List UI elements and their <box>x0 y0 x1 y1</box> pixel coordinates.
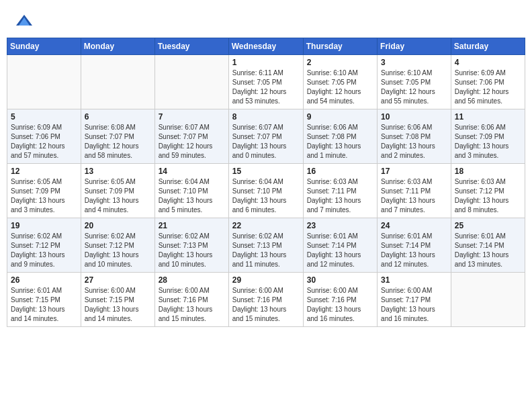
day-number: 17 <box>381 167 447 176</box>
calendar-cell: 2Sunrise: 6:10 AM Sunset: 7:05 PM Daylig… <box>303 55 377 109</box>
cell-info: Sunrise: 6:03 AM Sunset: 7:11 PM Dayligh… <box>307 177 373 215</box>
calendar-cell: 16Sunrise: 6:03 AM Sunset: 7:11 PM Dayli… <box>303 164 377 218</box>
weekday-header-sunday: Sunday <box>7 38 81 55</box>
day-number: 20 <box>85 221 151 230</box>
cell-info: Sunrise: 6:01 AM Sunset: 7:15 PM Dayligh… <box>11 286 77 324</box>
calendar-cell: 27Sunrise: 6:00 AM Sunset: 7:15 PM Dayli… <box>81 273 154 327</box>
logo <box>15 12 38 31</box>
calendar-table: SundayMondayTuesdayWednesdayThursdayFrid… <box>7 38 525 327</box>
day-number: 21 <box>159 221 225 230</box>
cell-info: Sunrise: 6:11 AM Sunset: 7:05 PM Dayligh… <box>232 68 300 106</box>
cell-info: Sunrise: 6:07 AM Sunset: 7:07 PM Dayligh… <box>159 123 225 161</box>
cell-info: Sunrise: 6:06 AM Sunset: 7:09 PM Dayligh… <box>455 123 521 161</box>
cell-info: Sunrise: 6:07 AM Sunset: 7:07 PM Dayligh… <box>232 123 300 161</box>
day-number: 19 <box>11 221 77 230</box>
cell-info: Sunrise: 6:00 AM Sunset: 7:16 PM Dayligh… <box>307 286 373 324</box>
day-number: 22 <box>232 221 300 230</box>
calendar-cell: 7Sunrise: 6:07 AM Sunset: 7:07 PM Daylig… <box>154 109 228 164</box>
calendar-cell: 18Sunrise: 6:03 AM Sunset: 7:12 PM Dayli… <box>451 164 525 218</box>
calendar-cell: 9Sunrise: 6:06 AM Sunset: 7:08 PM Daylig… <box>303 109 377 164</box>
calendar-cell <box>81 55 154 109</box>
weekday-header-tuesday: Tuesday <box>154 38 228 55</box>
cell-info: Sunrise: 6:02 AM Sunset: 7:13 PM Dayligh… <box>159 232 225 269</box>
day-number: 3 <box>381 58 447 67</box>
day-number: 23 <box>307 221 373 230</box>
calendar-cell: 3Sunrise: 6:10 AM Sunset: 7:05 PM Daylig… <box>378 55 451 109</box>
cell-info: Sunrise: 6:06 AM Sunset: 7:08 PM Dayligh… <box>307 123 373 161</box>
calendar-cell: 14Sunrise: 6:04 AM Sunset: 7:10 PM Dayli… <box>154 164 228 218</box>
cell-info: Sunrise: 6:00 AM Sunset: 7:15 PM Dayligh… <box>85 286 151 324</box>
day-number: 12 <box>11 167 77 176</box>
day-number: 30 <box>307 275 373 285</box>
calendar-week-row: 1Sunrise: 6:11 AM Sunset: 7:05 PM Daylig… <box>7 55 525 109</box>
day-number: 10 <box>381 112 447 122</box>
weekday-header-monday: Monday <box>81 38 154 55</box>
cell-info: Sunrise: 6:00 AM Sunset: 7:16 PM Dayligh… <box>159 286 225 324</box>
day-number: 13 <box>85 167 151 176</box>
calendar-cell: 10Sunrise: 6:06 AM Sunset: 7:08 PM Dayli… <box>378 109 451 164</box>
day-number: 28 <box>159 275 225 285</box>
cell-info: Sunrise: 6:05 AM Sunset: 7:09 PM Dayligh… <box>11 177 77 215</box>
calendar-cell <box>451 273 525 327</box>
weekday-header-friday: Friday <box>378 38 451 55</box>
cell-info: Sunrise: 6:09 AM Sunset: 7:06 PM Dayligh… <box>11 123 77 161</box>
cell-info: Sunrise: 6:03 AM Sunset: 7:11 PM Dayligh… <box>381 177 447 215</box>
calendar-cell: 28Sunrise: 6:00 AM Sunset: 7:16 PM Dayli… <box>154 273 228 327</box>
cell-info: Sunrise: 6:08 AM Sunset: 7:07 PM Dayligh… <box>85 123 151 161</box>
calendar-cell: 8Sunrise: 6:07 AM Sunset: 7:07 PM Daylig… <box>228 109 303 164</box>
calendar-cell: 17Sunrise: 6:03 AM Sunset: 7:11 PM Dayli… <box>378 164 451 218</box>
day-number: 8 <box>232 112 300 122</box>
calendar-cell: 26Sunrise: 6:01 AM Sunset: 7:15 PM Dayli… <box>7 273 81 327</box>
calendar-week-row: 12Sunrise: 6:05 AM Sunset: 7:09 PM Dayli… <box>7 164 525 218</box>
day-number: 2 <box>307 58 373 67</box>
cell-info: Sunrise: 6:06 AM Sunset: 7:08 PM Dayligh… <box>381 123 447 161</box>
day-number: 18 <box>455 167 521 176</box>
weekday-header-saturday: Saturday <box>451 38 525 55</box>
cell-info: Sunrise: 6:00 AM Sunset: 7:16 PM Dayligh… <box>232 286 300 324</box>
day-number: 7 <box>159 112 225 122</box>
day-number: 6 <box>85 112 151 122</box>
cell-info: Sunrise: 6:05 AM Sunset: 7:09 PM Dayligh… <box>85 177 151 215</box>
calendar-cell <box>154 55 228 109</box>
calendar-cell: 6Sunrise: 6:08 AM Sunset: 7:07 PM Daylig… <box>81 109 154 164</box>
calendar-week-row: 26Sunrise: 6:01 AM Sunset: 7:15 PM Dayli… <box>7 273 525 327</box>
cell-info: Sunrise: 6:01 AM Sunset: 7:14 PM Dayligh… <box>455 232 521 269</box>
calendar-cell: 30Sunrise: 6:00 AM Sunset: 7:16 PM Dayli… <box>303 273 377 327</box>
calendar-cell: 5Sunrise: 6:09 AM Sunset: 7:06 PM Daylig… <box>7 109 81 164</box>
calendar-cell <box>7 55 81 109</box>
day-number: 16 <box>307 167 373 176</box>
calendar-cell: 20Sunrise: 6:02 AM Sunset: 7:12 PM Dayli… <box>81 218 154 273</box>
calendar-cell: 12Sunrise: 6:05 AM Sunset: 7:09 PM Dayli… <box>7 164 81 218</box>
day-number: 27 <box>85 275 151 285</box>
cell-info: Sunrise: 6:09 AM Sunset: 7:06 PM Dayligh… <box>455 68 521 106</box>
cell-info: Sunrise: 6:10 AM Sunset: 7:05 PM Dayligh… <box>381 68 447 106</box>
calendar-week-row: 19Sunrise: 6:02 AM Sunset: 7:12 PM Dayli… <box>7 218 525 273</box>
day-number: 25 <box>455 221 521 230</box>
calendar-cell: 29Sunrise: 6:00 AM Sunset: 7:16 PM Dayli… <box>228 273 303 327</box>
cell-info: Sunrise: 6:00 AM Sunset: 7:17 PM Dayligh… <box>381 286 447 324</box>
day-number: 14 <box>159 167 225 176</box>
calendar-cell: 4Sunrise: 6:09 AM Sunset: 7:06 PM Daylig… <box>451 55 525 109</box>
day-number: 15 <box>232 167 300 176</box>
calendar-cell: 25Sunrise: 6:01 AM Sunset: 7:14 PM Dayli… <box>451 218 525 273</box>
calendar-week-row: 5Sunrise: 6:09 AM Sunset: 7:06 PM Daylig… <box>7 109 525 164</box>
day-number: 4 <box>455 58 521 67</box>
cell-info: Sunrise: 6:01 AM Sunset: 7:14 PM Dayligh… <box>307 232 373 269</box>
day-number: 11 <box>455 112 521 122</box>
calendar-cell: 11Sunrise: 6:06 AM Sunset: 7:09 PM Dayli… <box>451 109 525 164</box>
day-number: 26 <box>11 275 77 285</box>
calendar-cell: 19Sunrise: 6:02 AM Sunset: 7:12 PM Dayli… <box>7 218 81 273</box>
day-number: 1 <box>232 58 300 67</box>
weekday-header-row: SundayMondayTuesdayWednesdayThursdayFrid… <box>7 38 525 55</box>
cell-info: Sunrise: 6:01 AM Sunset: 7:14 PM Dayligh… <box>381 232 447 269</box>
weekday-header-thursday: Thursday <box>303 38 377 55</box>
calendar-cell: 22Sunrise: 6:02 AM Sunset: 7:13 PM Dayli… <box>228 218 303 273</box>
calendar-cell: 23Sunrise: 6:01 AM Sunset: 7:14 PM Dayli… <box>303 218 377 273</box>
cell-info: Sunrise: 6:02 AM Sunset: 7:12 PM Dayligh… <box>11 232 77 269</box>
cell-info: Sunrise: 6:04 AM Sunset: 7:10 PM Dayligh… <box>159 177 225 215</box>
cell-info: Sunrise: 6:04 AM Sunset: 7:10 PM Dayligh… <box>232 177 300 215</box>
day-number: 29 <box>232 275 300 285</box>
calendar-cell: 13Sunrise: 6:05 AM Sunset: 7:09 PM Dayli… <box>81 164 154 218</box>
calendar-cell: 31Sunrise: 6:00 AM Sunset: 7:17 PM Dayli… <box>378 273 451 327</box>
weekday-header-wednesday: Wednesday <box>228 38 303 55</box>
